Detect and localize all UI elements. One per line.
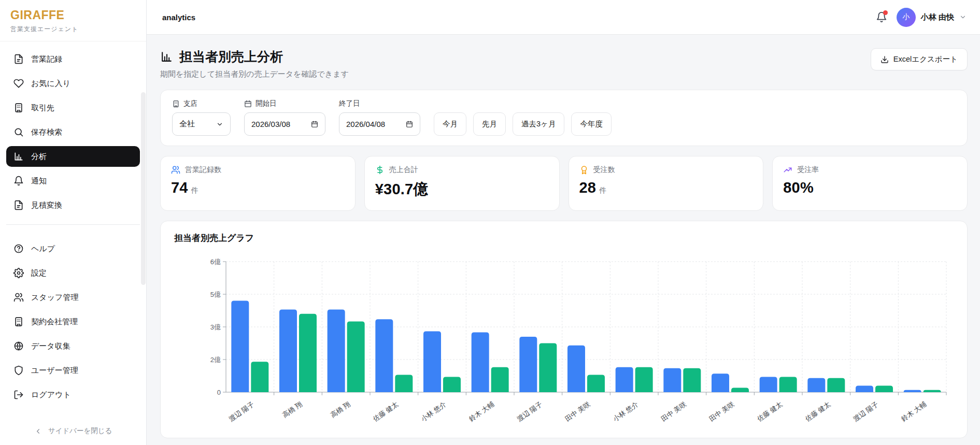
sidebar-nav-main: 営業記録お気に入り取引先保存検索分析通知見積変換 <box>0 41 146 219</box>
calendar-icon <box>406 121 413 128</box>
sales-bar-chart: 6億5億3億2億0渡辺 陽子高橋 翔高橋 翔佐藤 健太小林 悠介鈴木 大輔渡辺 … <box>174 252 954 437</box>
svg-text:渡辺 陽子: 渡辺 陽子 <box>516 400 544 423</box>
sidebar-item[interactable]: ログアウト <box>6 384 140 405</box>
sidebar-item[interactable]: 契約会社管理 <box>6 311 140 332</box>
svg-text:小林 悠介: 小林 悠介 <box>611 400 640 423</box>
trend-up-icon <box>783 165 792 175</box>
award-icon <box>579 165 589 175</box>
stat-value: 74件 <box>171 179 345 196</box>
branch-select[interactable]: 全社 <box>172 112 231 136</box>
svg-text:渡辺 陽子: 渡辺 陽子 <box>228 400 255 423</box>
chevron-down-icon <box>216 121 223 128</box>
svg-text:2億: 2億 <box>210 356 221 364</box>
sidebar-nav-secondary: ヘルプ設定スタッフ管理契約会社管理データ収集ユーザー管理ログアウト <box>0 231 146 409</box>
help-circle-icon <box>13 243 24 254</box>
content-column: analytics 小 小林 由快 担当者別売上分析 期間を指定して担当者別の売… <box>147 0 980 445</box>
sidebar-item-label: 通知 <box>31 176 47 186</box>
dollar-icon <box>375 165 385 175</box>
log-out-icon <box>13 390 24 400</box>
bell-icon <box>13 176 24 186</box>
stat-card: 売上合計¥30.7億 <box>364 156 560 211</box>
notification-dot <box>883 10 888 15</box>
svg-text:田中 美咲: 田中 美咲 <box>708 400 736 423</box>
page-header: 担当者別売上分析 期間を指定して担当者別の売上データを確認できます Excelエ… <box>160 48 968 79</box>
stats-row: 営業記録数74件売上合計¥30.7億受注数28件受注率80% <box>160 156 968 211</box>
sidebar-item[interactable]: 保存検索 <box>6 122 140 142</box>
stat-label: 受注率 <box>797 165 819 175</box>
stat-value: 80% <box>783 179 957 196</box>
start-date-label: 開始日 <box>244 99 325 108</box>
brand-logo: GIRAFFE <box>10 8 136 22</box>
sidebar-item-label: ヘルプ <box>31 244 55 254</box>
sidebar-item-label: 見積変換 <box>31 200 62 210</box>
stat-value: 28件 <box>579 179 753 196</box>
svg-text:鈴木 大輔: 鈴木 大輔 <box>467 400 495 423</box>
end-date-label: 終了日 <box>339 99 420 108</box>
svg-text:5億: 5億 <box>210 291 221 298</box>
main-area: 担当者別売上分析 期間を指定して担当者別の売上データを確認できます Excelエ… <box>147 35 980 445</box>
topbar-title: analytics <box>162 13 195 22</box>
stat-card: 受注率80% <box>772 156 968 211</box>
sidebar-item[interactable]: 設定 <box>6 263 140 283</box>
sidebar-divider <box>6 224 140 225</box>
sidebar-item[interactable]: ユーザー管理 <box>6 360 140 381</box>
sidebar-item[interactable]: データ収集 <box>6 336 140 356</box>
sidebar-item[interactable]: 見積変換 <box>6 195 140 216</box>
svg-text:佐藤 健太: 佐藤 健太 <box>755 400 784 423</box>
sidebar-item[interactable]: 営業記録 <box>6 49 140 69</box>
svg-text:鈴木 大輔: 鈴木 大輔 <box>899 400 928 423</box>
sidebar-item-label: ログアウト <box>31 390 71 400</box>
svg-text:6億: 6億 <box>210 258 221 266</box>
calendar-icon <box>244 100 252 108</box>
branch-label: 支店 <box>172 99 231 108</box>
sidebar-item[interactable]: ヘルプ <box>6 238 140 259</box>
brand-block: GIRAFFE 営業支援エージェント <box>0 0 146 41</box>
user-name: 小林 由快 <box>921 12 954 22</box>
download-icon <box>880 55 889 64</box>
svg-text:小林 悠介: 小林 悠介 <box>419 400 448 423</box>
sidebar-item-label: 契約会社管理 <box>31 317 78 327</box>
sidebar-item-label: 設定 <box>31 268 47 278</box>
page-subtitle: 期間を指定して担当者別の売上データを確認できます <box>160 69 349 79</box>
users-icon <box>13 292 24 303</box>
bar-chart-icon <box>13 151 24 162</box>
stat-label: 受注数 <box>593 165 615 175</box>
chevron-left-icon <box>34 427 42 435</box>
start-date-input[interactable]: 2026/03/08 <box>244 112 325 136</box>
sidebar-item[interactable]: お気に入り <box>6 73 140 94</box>
sidebar-item[interactable]: 取引先 <box>6 97 140 118</box>
sidebar-item[interactable]: スタッフ管理 <box>6 287 140 308</box>
svg-text:佐藤 健太: 佐藤 健太 <box>803 400 832 423</box>
sidebar-collapse-button[interactable]: サイドバーを閉じる <box>0 419 146 445</box>
stat-label: 営業記録数 <box>185 165 221 175</box>
quick-range-button[interactable]: 今月 <box>434 112 466 136</box>
bell-icon <box>876 16 887 24</box>
heart-icon <box>13 78 24 89</box>
svg-text:渡辺 陽子: 渡辺 陽子 <box>852 400 880 423</box>
notifications-button[interactable] <box>876 11 887 23</box>
brand-tagline: 営業支援エージェント <box>10 25 136 34</box>
user-menu[interactable]: 小 小林 由快 <box>897 8 967 27</box>
building-icon <box>172 100 180 108</box>
svg-text:高橋 翔: 高橋 翔 <box>329 400 352 419</box>
sidebar-scrollbar[interactable] <box>141 92 146 285</box>
quick-range-button[interactable]: 先月 <box>473 112 506 136</box>
topbar: analytics 小 小林 由快 <box>147 0 980 35</box>
sidebar-item-label: 営業記録 <box>31 54 62 64</box>
avatar: 小 <box>897 8 916 27</box>
sidebar-item[interactable]: 分析 <box>6 146 140 167</box>
shield-icon <box>13 365 24 376</box>
page-title: 担当者別売上分析 <box>160 48 349 65</box>
file-text-icon <box>13 200 24 210</box>
quick-range-button[interactable]: 今年度 <box>571 112 612 136</box>
sidebar-item-label: ユーザー管理 <box>31 366 78 376</box>
sidebar-item[interactable]: 通知 <box>6 170 140 191</box>
sidebar-item-label: 取引先 <box>31 103 54 113</box>
stat-value: ¥30.7億 <box>375 179 549 200</box>
end-date-input[interactable]: 2026/04/08 <box>339 112 420 136</box>
quick-range-button[interactable]: 過去3ヶ月 <box>513 112 564 136</box>
quick-range-buttons: 今月先月過去3ヶ月今年度 <box>434 112 612 136</box>
svg-text:佐藤 健太: 佐藤 健太 <box>371 400 400 423</box>
excel-export-button[interactable]: Excelエクスポート <box>871 48 968 70</box>
svg-text:3億: 3億 <box>210 323 221 331</box>
